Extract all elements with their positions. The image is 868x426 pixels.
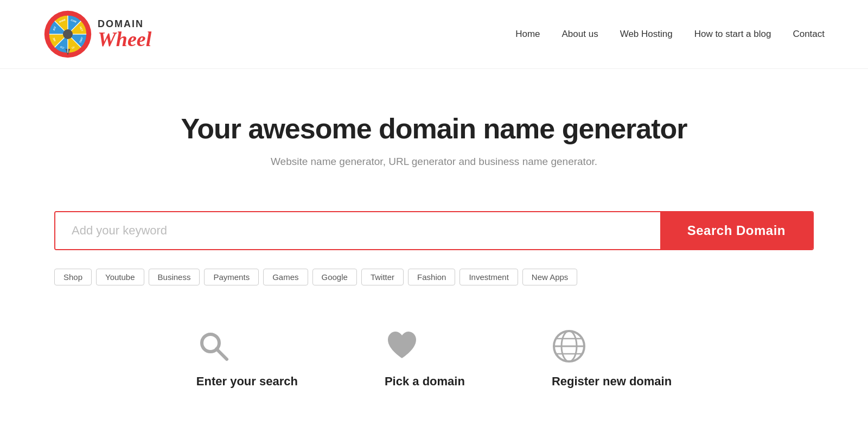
hero-title: Your awesome domain name generator: [43, 112, 825, 145]
feature-search: Enter your search: [196, 329, 298, 389]
wheel-logo-icon: WWW .COM .NET .ORG .IO .CO .ME .BIZ: [43, 10, 92, 59]
keyword-tag[interactable]: Payments: [204, 269, 259, 285]
heart-icon: [385, 329, 419, 364]
logo[interactable]: WWW .COM .NET .ORG .IO .CO .ME .BIZ DOMA…: [43, 10, 151, 59]
features-section: Enter your search Pick a domain Register…: [0, 285, 868, 410]
feature-register: Register new domain: [552, 329, 672, 389]
nav-hosting[interactable]: Web Hosting: [620, 29, 673, 40]
feature-register-label: Register new domain: [552, 374, 672, 389]
search-input[interactable]: [55, 212, 660, 249]
nav-contact[interactable]: Contact: [793, 29, 825, 40]
globe-icon: [552, 329, 586, 364]
feature-search-label: Enter your search: [196, 374, 298, 389]
keyword-tag[interactable]: Youtube: [96, 269, 144, 285]
keyword-tags: ShopYoutubeBusinessPaymentsGamesGoogleTw…: [0, 261, 868, 285]
svg-point-1: [63, 29, 73, 39]
nav-about[interactable]: About us: [562, 29, 598, 40]
keyword-tag[interactable]: Fashion: [408, 269, 455, 285]
search-button[interactable]: Search Domain: [660, 212, 813, 249]
keyword-tag[interactable]: New Apps: [522, 269, 578, 285]
keyword-tag[interactable]: Shop: [54, 269, 92, 285]
keyword-tag[interactable]: Business: [149, 269, 200, 285]
svg-line-20: [216, 349, 227, 359]
search-section: Search Domain: [0, 189, 868, 261]
feature-pick: Pick a domain: [385, 329, 465, 389]
main-nav: Home About us Web Hosting How to start a…: [515, 29, 825, 40]
hero-subtitle: Website name generator, URL generator an…: [43, 156, 825, 168]
keyword-tag[interactable]: Twitter: [361, 269, 404, 285]
keyword-tag[interactable]: Investment: [459, 269, 518, 285]
search-icon: [196, 329, 231, 364]
keyword-tag[interactable]: Google: [312, 269, 357, 285]
nav-blog[interactable]: How to start a blog: [694, 29, 771, 40]
keyword-tag[interactable]: Games: [263, 269, 308, 285]
hero-section: Your awesome domain name generator Websi…: [0, 69, 868, 189]
logo-wheel-text: Wheel: [98, 29, 151, 49]
search-bar: Search Domain: [54, 211, 814, 250]
nav-home[interactable]: Home: [515, 29, 540, 40]
site-header: WWW .COM .NET .ORG .IO .CO .ME .BIZ DOMA…: [0, 0, 868, 69]
logo-text: DOMAIN Wheel: [98, 19, 151, 49]
feature-pick-label: Pick a domain: [385, 374, 465, 389]
